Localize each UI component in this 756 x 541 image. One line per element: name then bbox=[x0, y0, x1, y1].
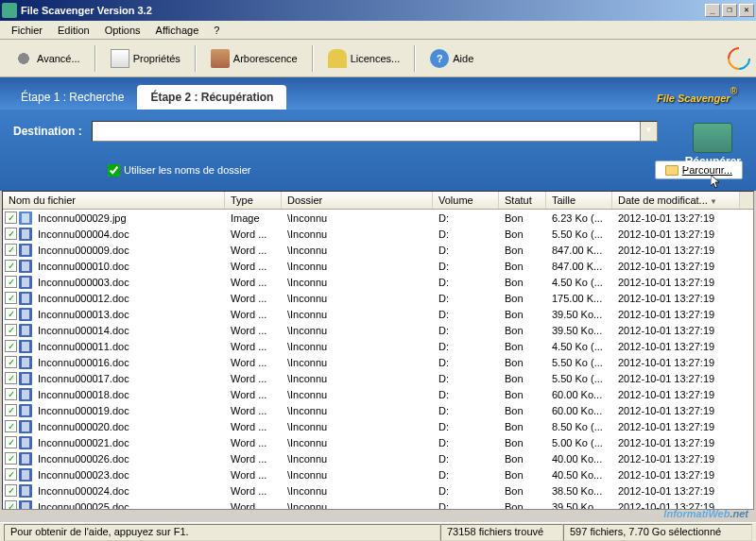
menu-affichage[interactable]: Affichage bbox=[148, 23, 207, 38]
row-checkbox[interactable]: ✓ bbox=[5, 356, 17, 368]
menu-help[interactable]: ? bbox=[206, 23, 227, 38]
file-name: Inconnu000011.doc bbox=[34, 340, 223, 353]
file-folder: \Inconnu bbox=[282, 372, 433, 385]
help-label: Aide bbox=[453, 53, 473, 64]
row-checkbox[interactable]: ✓ bbox=[5, 500, 17, 510]
file-volume: D: bbox=[433, 324, 499, 337]
table-row[interactable]: ✓Inconnu000012.docWord ...\InconnuD:Bon1… bbox=[3, 290, 753, 306]
file-date: 2012-10-01 13:27:19 bbox=[612, 308, 740, 321]
close-button[interactable]: ✕ bbox=[739, 4, 754, 17]
file-icon bbox=[19, 436, 32, 449]
row-checkbox[interactable]: ✓ bbox=[5, 228, 17, 240]
properties-button[interactable]: Propriétés bbox=[102, 44, 189, 73]
table-row[interactable]: ✓Inconnu000024.docWord ...\InconnuD:Bon3… bbox=[3, 482, 753, 499]
file-size: 8.50 Ko (... bbox=[546, 420, 612, 433]
minimize-button[interactable]: _ bbox=[705, 4, 720, 17]
file-table[interactable]: Nom du fichier Type Dossier Volume Statu… bbox=[2, 191, 754, 510]
file-folder: \Inconnu bbox=[282, 324, 433, 337]
table-row[interactable]: ✓Inconnu000023.docWord ...\InconnuD:Bon4… bbox=[3, 466, 753, 482]
licenses-button[interactable]: Licences... bbox=[319, 44, 409, 73]
table-row[interactable]: ✓Inconnu000018.docWord ...\InconnuD:Bon6… bbox=[3, 386, 753, 402]
file-volume: D: bbox=[433, 404, 499, 417]
file-icon bbox=[19, 276, 32, 289]
table-row[interactable]: ✓Inconnu000025.docWord ...\InconnuD:Bon3… bbox=[3, 499, 753, 510]
file-name: Inconnu000009.doc bbox=[34, 244, 223, 257]
row-checkbox[interactable]: ✓ bbox=[5, 340, 17, 352]
table-row[interactable]: ✓Inconnu000017.docWord ...\InconnuD:Bon5… bbox=[3, 370, 753, 386]
file-folder: \Inconnu bbox=[282, 308, 433, 321]
table-row[interactable]: ✓Inconnu000004.docWord ...\InconnuD:Bon5… bbox=[3, 226, 753, 242]
status-found: 73158 fichiers trouvé bbox=[440, 524, 563, 541]
file-volume: D: bbox=[433, 500, 499, 511]
row-checkbox[interactable]: ✓ bbox=[5, 292, 17, 304]
row-checkbox[interactable]: ✓ bbox=[5, 244, 17, 256]
row-checkbox[interactable]: ✓ bbox=[5, 211, 17, 224]
table-row[interactable]: ✓Inconnu000026.docWord ...\InconnuD:Bon4… bbox=[3, 450, 753, 466]
row-checkbox[interactable]: ✓ bbox=[5, 372, 17, 384]
destination-input[interactable] bbox=[93, 122, 640, 141]
file-folder: \Inconnu bbox=[282, 244, 433, 257]
maximize-button[interactable]: ❐ bbox=[722, 4, 737, 17]
file-icon bbox=[19, 484, 32, 498]
row-checkbox[interactable]: ✓ bbox=[5, 436, 17, 448]
destination-dropdown-button[interactable]: ▼ bbox=[640, 122, 657, 141]
col-size[interactable]: Taille bbox=[546, 192, 612, 209]
row-checkbox[interactable]: ✓ bbox=[5, 324, 17, 336]
table-header: Nom du fichier Type Dossier Volume Statu… bbox=[3, 192, 753, 210]
table-row[interactable]: ✓Inconnu000009.docWord ...\InconnuD:Bon8… bbox=[3, 242, 753, 258]
table-row[interactable]: ✓Inconnu000029.jpgImage\InconnuD:Bon6.23… bbox=[3, 210, 753, 226]
table-row[interactable]: ✓Inconnu000020.docWord ...\InconnuD:Bon8… bbox=[3, 418, 753, 434]
table-row[interactable]: ✓Inconnu000010.docWord ...\InconnuD:Bon8… bbox=[3, 258, 753, 274]
cursor-icon bbox=[711, 175, 722, 190]
table-row[interactable]: ✓Inconnu000011.docWord ...\InconnuD:Bon4… bbox=[3, 338, 753, 354]
recover-button[interactable]: Récupérer bbox=[685, 123, 741, 168]
tab-search[interactable]: Étape 1 : Recherche bbox=[8, 85, 137, 110]
tab-recovery[interactable]: Étape 2 : Récupération bbox=[137, 85, 286, 110]
row-checkbox[interactable]: ✓ bbox=[5, 420, 17, 432]
file-folder: \Inconnu bbox=[282, 340, 433, 353]
table-row[interactable]: ✓Inconnu000016.docWord ...\InconnuD:Bon5… bbox=[3, 354, 753, 370]
col-filename[interactable]: Nom du fichier bbox=[3, 192, 225, 209]
file-type: Word ... bbox=[225, 452, 282, 465]
file-volume: D: bbox=[433, 244, 499, 257]
file-volume: D: bbox=[433, 228, 499, 241]
file-status: Bon bbox=[499, 372, 546, 385]
col-type[interactable]: Type bbox=[225, 192, 282, 209]
file-date: 2012-10-01 13:27:19 bbox=[612, 500, 740, 511]
use-folder-names-input[interactable] bbox=[108, 164, 120, 177]
row-checkbox[interactable]: ✓ bbox=[5, 388, 17, 400]
col-date[interactable]: Date de modificat... bbox=[612, 192, 740, 209]
table-row[interactable]: ✓Inconnu000003.docWord ...\InconnuD:Bon4… bbox=[3, 274, 753, 290]
help-button[interactable]: ? Aide bbox=[421, 44, 482, 73]
tab-area: Étape 1 : Recherche Étape 2 : Récupérati… bbox=[0, 77, 756, 110]
use-folder-names-checkbox[interactable]: Utiliser les noms de dossier bbox=[108, 164, 251, 177]
row-checkbox[interactable]: ✓ bbox=[5, 260, 17, 272]
file-folder: \Inconnu bbox=[282, 356, 433, 369]
row-checkbox[interactable]: ✓ bbox=[5, 276, 17, 288]
file-size: 4.50 Ko (... bbox=[546, 340, 612, 353]
file-status: Bon bbox=[499, 356, 546, 369]
table-row[interactable]: ✓Inconnu000019.docWord ...\InconnuD:Bon6… bbox=[3, 402, 753, 418]
destination-combo[interactable]: ▼ bbox=[92, 121, 658, 142]
row-checkbox[interactable]: ✓ bbox=[5, 484, 17, 497]
file-icon bbox=[19, 228, 32, 241]
file-volume: D: bbox=[433, 388, 499, 401]
col-folder[interactable]: Dossier bbox=[282, 192, 433, 209]
tree-button[interactable]: Arborescence bbox=[202, 44, 306, 73]
row-checkbox[interactable]: ✓ bbox=[5, 468, 17, 481]
row-checkbox[interactable]: ✓ bbox=[5, 452, 17, 465]
menu-options[interactable]: Options bbox=[97, 23, 148, 38]
row-checkbox[interactable]: ✓ bbox=[5, 308, 17, 320]
menu-edition[interactable]: Edition bbox=[50, 23, 97, 38]
window-title: File Scavenger Version 3.2 bbox=[21, 5, 705, 16]
col-status[interactable]: Statut bbox=[499, 192, 546, 209]
menu-fichier[interactable]: Fichier bbox=[4, 23, 50, 38]
col-volume[interactable]: Volume bbox=[433, 192, 499, 209]
destination-label: Destination : bbox=[13, 125, 82, 138]
advanced-button[interactable]: Avancé... bbox=[6, 44, 89, 73]
table-row[interactable]: ✓Inconnu000021.docWord ...\InconnuD:Bon5… bbox=[3, 434, 753, 450]
table-row[interactable]: ✓Inconnu000014.docWord ...\InconnuD:Bon3… bbox=[3, 322, 753, 338]
file-folder: \Inconnu bbox=[282, 484, 433, 498]
table-row[interactable]: ✓Inconnu000013.docWord ...\InconnuD:Bon3… bbox=[3, 306, 753, 322]
row-checkbox[interactable]: ✓ bbox=[5, 404, 17, 416]
